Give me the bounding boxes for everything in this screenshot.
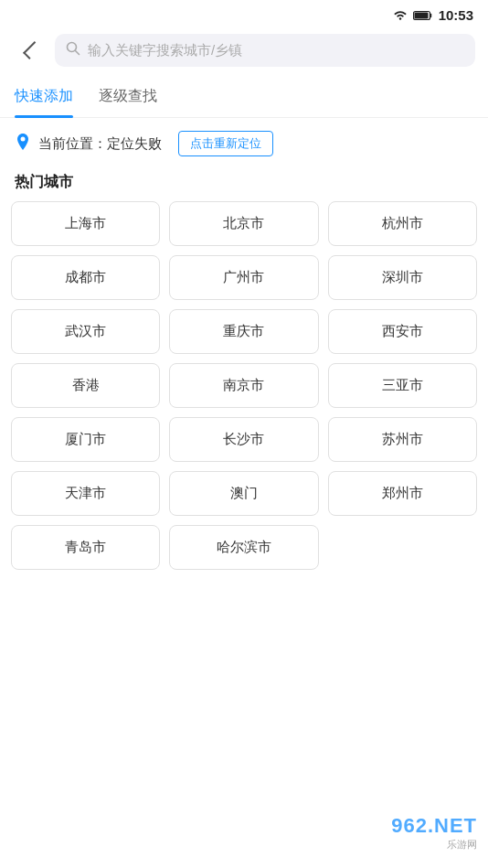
svg-point-4	[21, 136, 26, 141]
status-icons	[392, 9, 433, 22]
city-button-长沙市[interactable]: 长沙市	[169, 417, 318, 462]
back-icon	[23, 41, 41, 59]
location-bar: 当前位置：定位失败 点击重新定位	[0, 118, 488, 169]
time-display: 10:53	[439, 7, 473, 23]
city-row-0: 上海市北京市杭州市	[11, 201, 477, 246]
city-button-成都市[interactable]: 成都市	[11, 255, 160, 300]
location-status-text: 当前位置：定位失败	[38, 135, 162, 153]
svg-rect-1	[414, 12, 428, 18]
city-button-苏州市[interactable]: 苏州市	[328, 417, 477, 462]
city-button-青岛市[interactable]: 青岛市	[11, 525, 160, 570]
back-button[interactable]	[13, 34, 46, 67]
watermark-main: 962.NET	[391, 814, 477, 838]
status-bar: 10:53	[0, 0, 488, 27]
header: 输入关键字搜索城市/乡镇	[0, 27, 488, 76]
city-button-郑州市[interactable]: 郑州市	[328, 471, 477, 516]
city-grid: 上海市北京市杭州市成都市广州市深圳市武汉市重庆市西安市香港南京市三亚市厦门市长沙…	[0, 201, 488, 594]
city-row-3: 香港南京市三亚市	[11, 363, 477, 408]
search-icon	[66, 41, 80, 59]
tabs-bar: 快速添加 逐级查找	[0, 76, 488, 118]
city-row-1: 成都市广州市深圳市	[11, 255, 477, 300]
city-row-2: 武汉市重庆市西安市	[11, 309, 477, 354]
city-button-北京市[interactable]: 北京市	[169, 201, 318, 246]
svg-line-3	[76, 51, 80, 55]
city-button-澳门[interactable]: 澳门	[169, 471, 318, 516]
city-button-哈尔滨市[interactable]: 哈尔滨市	[169, 525, 318, 570]
city-row-5: 天津市澳门郑州市	[11, 471, 477, 516]
city-button-厦门市[interactable]: 厦门市	[11, 417, 160, 462]
search-placeholder: 输入关键字搜索城市/乡镇	[88, 42, 242, 59]
city-button-南京市[interactable]: 南京市	[169, 363, 318, 408]
battery-icon	[413, 10, 433, 21]
city-button-西安市[interactable]: 西安市	[328, 309, 477, 354]
location-icon	[15, 133, 31, 155]
city-button-重庆市[interactable]: 重庆市	[169, 309, 318, 354]
watermark: 962.NET 乐游网	[391, 814, 477, 852]
tab-level-find[interactable]: 逐级查找	[99, 76, 157, 117]
city-button-深圳市[interactable]: 深圳市	[328, 255, 477, 300]
city-button-武汉市[interactable]: 武汉市	[11, 309, 160, 354]
city-row-6: 青岛市哈尔滨市	[11, 525, 477, 570]
hot-cities-title: 热门城市	[0, 169, 488, 201]
city-button-杭州市[interactable]: 杭州市	[328, 201, 477, 246]
search-bar[interactable]: 输入关键字搜索城市/乡镇	[55, 34, 475, 67]
watermark-sub: 乐游网	[447, 838, 477, 852]
city-button-广州市[interactable]: 广州市	[169, 255, 318, 300]
wifi-icon	[392, 9, 408, 22]
city-button-天津市[interactable]: 天津市	[11, 471, 160, 516]
city-row-4: 厦门市长沙市苏州市	[11, 417, 477, 462]
tab-quick-add[interactable]: 快速添加	[15, 76, 73, 117]
city-button-上海市[interactable]: 上海市	[11, 201, 160, 246]
relocate-button[interactable]: 点击重新定位	[178, 131, 273, 156]
city-button-三亚市[interactable]: 三亚市	[328, 363, 477, 408]
city-button-香港[interactable]: 香港	[11, 363, 160, 408]
